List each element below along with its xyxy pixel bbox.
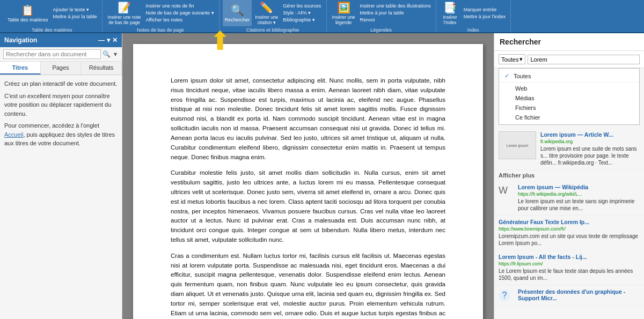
result-3-info: Générateur Faux Texte Lorem Ip... https:…	[499, 219, 640, 247]
inserer-citation-icon: ✏️	[260, 1, 273, 14]
marquer-entree-button[interactable]: Marquer entrée	[462, 6, 507, 13]
ribbon-group-table-label: Table des matières	[32, 27, 72, 33]
search-pane-title: Rechercher	[494, 33, 644, 51]
rechercher-button[interactable]: 🔍 Rechercher	[223, 0, 252, 26]
doc-paragraph-3: Cras a condimentum est. Nullam luctus to…	[171, 251, 445, 319]
gerer-sources-button[interactable]: Gérer les sources	[281, 3, 323, 9]
search-result-1[interactable]: Lorem ipsum Lorem ipsum — Article W... f…	[494, 128, 644, 170]
document-page[interactable]: Lorem ipsum dolor sit amet, consectetur …	[133, 44, 483, 319]
nav-tab-resultats[interactable]: Résultats	[81, 62, 122, 75]
navigation-search-button[interactable]: 🔍	[101, 50, 112, 58]
result-2-wiki-icon: W	[499, 185, 508, 196]
dropdown-web-label: Web	[515, 85, 527, 92]
nav-accueil-link[interactable]: Accueil	[4, 131, 23, 138]
dropdown-item-web[interactable]: Web	[499, 84, 639, 93]
dropdown-item-medias[interactable]: Médias	[499, 93, 639, 103]
bibliographie-label: Bibliographie ▾	[283, 17, 315, 23]
inserer-legende-icon: 🖼️	[337, 1, 350, 14]
table-matieres-button[interactable]: 📋 Table des matières	[5, 0, 50, 26]
rechercher-icon: 🔍	[231, 4, 244, 17]
result-4-desc: Le Lorem Ipsum est le faux texte stan de…	[499, 268, 640, 281]
result-1-title: Lorem ipsum — Article W...	[540, 131, 640, 138]
search-result-5[interactable]: ? Présenter des données d'un graphique -…	[494, 285, 644, 306]
navigation-title: Navigation	[4, 36, 37, 44]
navigation-search-dropdown[interactable]: ▾	[112, 50, 119, 58]
result-1-url: fr.wikipedia.org	[540, 139, 640, 144]
style-label: Style : APA ▾	[283, 10, 310, 16]
ribbon-group-notes-label: Notes de bas de page	[137, 27, 184, 33]
inserer-legende-label: Insérer unelégende	[332, 14, 355, 25]
bibliographie-button[interactable]: Bibliographie ▾	[281, 17, 323, 23]
inserer-citation-button[interactable]: ✏️ Insérer unecitation ▾	[253, 0, 280, 26]
navigation-search-input[interactable]	[3, 49, 101, 59]
update-table-label: Mettre à jour la table	[53, 14, 97, 19]
inserer-legende-button[interactable]: 🖼️ Insérer unelégende	[330, 0, 357, 26]
result-5-title: Présenter des données d'un graphique - S…	[518, 288, 640, 301]
style-button[interactable]: Style : APA ▾	[281, 10, 323, 16]
nav-menu-icon[interactable]: ▾	[107, 36, 110, 44]
result-2-desc: Le lorem ipsum est un texte sans sign im…	[518, 198, 640, 212]
ribbon-group-legendes: 🖼️ Insérer unelégende Insérer une table …	[327, 0, 436, 32]
search-scope-dropdown[interactable]: Toutes ▾	[499, 54, 525, 64]
inserer-citation-label: Insérer unecitation ▾	[255, 14, 278, 25]
search-bar: Toutes ▾	[494, 51, 644, 68]
navigation-header: Navigation — ▾ ✕	[0, 33, 122, 47]
ribbon-group-table-matieres: 📋 Table des matières Ajouter le texte ▾ …	[2, 0, 103, 32]
inserer-note-fin-button[interactable]: Insérer une note de fin	[144, 3, 216, 9]
page-suivante-label: Note de bas de page suivante ▾	[146, 10, 214, 16]
dropdown-item-fichiers[interactable]: Fichiers	[499, 103, 639, 113]
nav-tab-pages[interactable]: Pages	[41, 62, 82, 75]
gerer-sources-label: Gérer les sources	[283, 3, 321, 9]
ajouter-texte-button[interactable]: Ajouter le texte ▾	[52, 6, 99, 13]
nav-tab-titres[interactable]: Titres	[0, 62, 41, 75]
maj-table-leg-button[interactable]: Mettre à jour la table	[358, 10, 433, 16]
nav-content-line1: Créez un plan interactif de votre docume…	[4, 79, 118, 88]
search-results: Lorem ipsum Lorem ipsum — Article W... f…	[494, 125, 644, 319]
result-3-title: Générateur Faux Texte Lorem Ip...	[499, 219, 640, 225]
inserer-note-icon: 📝	[118, 1, 131, 14]
dropdown-fichiers-label: Fichiers	[515, 105, 536, 111]
nav-content-line2: C'est un excellent moyen pour connaître …	[4, 92, 118, 118]
search-result-4[interactable]: Lorem Ipsum - All the facts - Lij... htt…	[494, 250, 644, 285]
afficher-notes-button[interactable]: Afficher les notes	[144, 17, 216, 23]
result-1-thumbnail: Lorem ipsum	[499, 131, 536, 159]
table-illustrations-button[interactable]: Insérer une table des illustrations	[358, 3, 433, 9]
search-result-3[interactable]: Générateur Faux Texte Lorem Ip... https:…	[494, 216, 644, 250]
ribbon-group-legendes-label: Légendes	[370, 27, 392, 33]
search-result-2[interactable]: W Lorem ipsum — Wikipédia https://fr.wik…	[494, 181, 644, 216]
inserer-index-label: Insérerl'index	[443, 14, 457, 25]
dropdown-item-ce-fichier[interactable]: Ce fichier	[499, 113, 639, 122]
search-scope-label: Toutes	[501, 56, 518, 63]
dropdown-item-toutes[interactable]: Toutes	[499, 71, 639, 81]
navigation-pane: Navigation — ▾ ✕ 🔍 ▾ Titres Pages Résult…	[0, 33, 122, 319]
afficher-notes-label: Afficher les notes	[146, 17, 183, 23]
result-3-url: https://www.loremipsum.com/fr/	[499, 226, 640, 232]
dropdown-ce-fichier-label: Ce fichier	[515, 114, 540, 121]
inserer-note-button[interactable]: 📝 Insérer une notede bas de page	[106, 0, 143, 26]
table-matieres-label: Table des matières	[8, 17, 48, 23]
dropdown-toutes-label: Toutes	[514, 73, 531, 79]
table-matieres-icon: 📋	[21, 4, 34, 17]
show-more-link[interactable]: Afficher plus	[494, 170, 644, 181]
result-1-desc: Lorem ipsum est une suite de mots sans s…	[540, 145, 640, 166]
doc-paragraph-1: Lorem ipsum dolor sit amet, consectetur …	[171, 76, 445, 162]
maj-table-button[interactable]: Mettre à jour la table	[52, 13, 99, 20]
inserer-note-fin-label: Insérer une note de fin	[146, 3, 194, 9]
doc-paragraph-2: Curabitur molestie felis justo, sit amet…	[171, 168, 445, 245]
maj-table-leg-label: Mettre à jour la table	[360, 10, 404, 16]
page-suivante-button[interactable]: Note de bas de page suivante ▾	[144, 10, 216, 16]
renvoi-button[interactable]: Renvoi	[358, 17, 433, 23]
nav-minimize-icon[interactable]: —	[98, 36, 105, 44]
result-3-desc: Loremipzum.com est un site qui vous text…	[499, 233, 640, 247]
rechercher-label: Rechercher	[225, 17, 250, 23]
nav-close-icon[interactable]: ✕	[112, 36, 118, 44]
ribbon-group-notes: 📝 Insérer une notede bas de page Insérer…	[103, 0, 219, 32]
maj-index-button[interactable]: Mettre à jour l'index	[462, 13, 507, 20]
navigation-search-bar: 🔍 ▾	[0, 47, 122, 62]
result-5-info: Présenter des données d'un graphique - S…	[518, 288, 640, 302]
ribbon-group-index-label: Index	[467, 27, 479, 33]
dropdown-medias-label: Médias	[515, 95, 534, 101]
search-input[interactable]	[528, 55, 640, 64]
inserer-index-button[interactable]: 📑 Insérerl'index	[440, 0, 461, 26]
search-pane: Rechercher Toutes ▾ Toutes Web Médias	[494, 33, 644, 319]
